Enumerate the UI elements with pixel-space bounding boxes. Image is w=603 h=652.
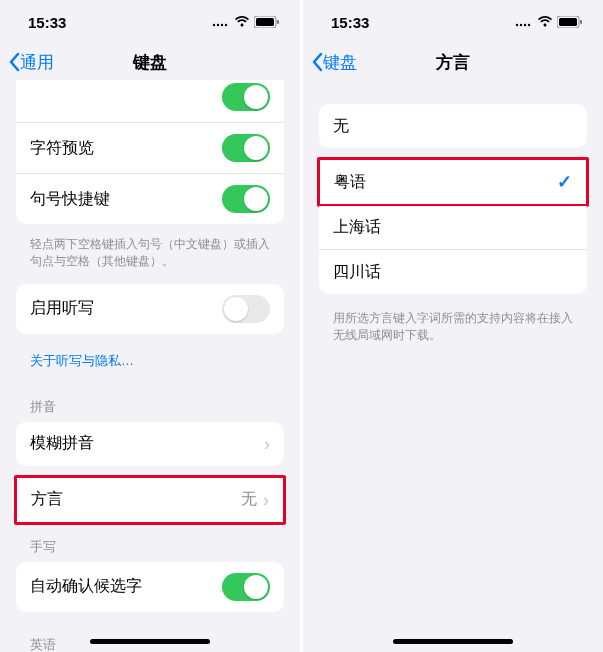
chevron-left-icon (311, 52, 323, 72)
svg-rect-13 (580, 20, 582, 24)
row-label: 四川话 (333, 262, 381, 283)
toggle-switch[interactable] (222, 185, 270, 213)
row-fuzzy-pinyin[interactable]: 模糊拼音 › (16, 422, 284, 466)
svg-point-9 (524, 24, 526, 26)
page-title: 方言 (436, 51, 470, 74)
back-button[interactable]: 键盘 (303, 51, 357, 74)
row-label: 上海话 (333, 217, 381, 238)
page-title: 键盘 (133, 51, 167, 74)
highlight-cantonese: 粤语 ✓ (317, 157, 589, 207)
svg-rect-5 (256, 18, 274, 26)
status-indicators (212, 16, 280, 28)
svg-point-7 (516, 24, 518, 26)
group-pinyin: 模糊拼音 › (16, 422, 284, 466)
group-partial: 字符预览 句号快捷键 (16, 80, 284, 224)
section-header-english: 英语 (0, 622, 300, 652)
row-auto-confirm[interactable]: 自动确认候选字 (16, 562, 284, 612)
svg-rect-12 (559, 18, 577, 26)
phone-left-keyboard-settings: 15:33 通用 键盘 字符预览 句号快捷键 轻点两下空格键 (0, 0, 300, 652)
back-button[interactable]: 通用 (0, 51, 54, 74)
chevron-right-icon: › (263, 491, 269, 509)
battery-icon (254, 16, 280, 28)
option-none[interactable]: 无 (319, 104, 587, 148)
row-label: 方言 (31, 489, 63, 510)
nav-bar: 键盘 方言 (303, 44, 603, 80)
content-area[interactable]: 字符预览 句号快捷键 轻点两下空格键插入句号（中文键盘）或插入句点与空格（其他键… (0, 80, 300, 652)
svg-point-8 (520, 24, 522, 26)
section-header-pinyin: 拼音 (0, 384, 300, 422)
status-time: 15:33 (28, 14, 66, 31)
section-header-handwriting: 手写 (0, 524, 300, 562)
footer-text: 轻点两下空格键插入句号（中文键盘）或插入句点与空格（其他键盘）。 (0, 230, 300, 284)
home-indicator[interactable] (393, 639, 513, 644)
nav-bar: 通用 键盘 (0, 44, 300, 80)
row-label: 句号快捷键 (30, 189, 110, 210)
group-dictation: 启用听写 (16, 284, 284, 334)
checkmark-icon: ✓ (557, 171, 572, 193)
partial-toggle-row (16, 80, 284, 123)
highlight-dialect-row: 方言 无 › (14, 475, 286, 525)
status-bar: 15:33 (303, 0, 603, 44)
option-sichuanese[interactable]: 四川话 (319, 250, 587, 294)
row-char-preview[interactable]: 字符预览 (16, 123, 284, 174)
status-time: 15:33 (331, 14, 369, 31)
svg-point-1 (217, 24, 219, 26)
toggle-switch[interactable] (222, 134, 270, 162)
toggle-switch[interactable] (222, 83, 270, 111)
chevron-left-icon (8, 52, 20, 72)
row-detail: 无 (241, 489, 257, 510)
group-dialect-options: 无 (319, 104, 587, 148)
back-label: 通用 (20, 51, 54, 74)
wifi-icon (537, 16, 553, 28)
option-shanghainese[interactable]: 上海话 (319, 206, 587, 250)
svg-rect-6 (277, 20, 279, 24)
row-dialect[interactable]: 方言 无 › (17, 478, 283, 522)
wifi-icon (234, 16, 250, 28)
back-label: 键盘 (323, 51, 357, 74)
battery-icon (557, 16, 583, 28)
dictation-privacy-link[interactable]: 关于听写与隐私… (0, 344, 300, 384)
option-cantonese[interactable]: 粤语 ✓ (320, 160, 586, 204)
row-period-shortcut[interactable]: 句号快捷键 (16, 174, 284, 224)
row-label: 自动确认候选字 (30, 576, 142, 597)
row-label: 粤语 (334, 172, 366, 193)
toggle-switch[interactable] (222, 573, 270, 601)
row-enable-dictation[interactable]: 启用听写 (16, 284, 284, 334)
group-handwriting: 自动确认候选字 (16, 562, 284, 612)
group-dialect-rest: 上海话 四川话 (319, 206, 587, 294)
content-area[interactable]: 无 粤语 ✓ 上海话 四川话 用所选方言键入字词所需的支持内容将在接入无线局域网… (303, 80, 603, 358)
svg-point-0 (213, 24, 215, 26)
toggle-switch[interactable] (222, 295, 270, 323)
row-label: 模糊拼音 (30, 433, 94, 454)
svg-point-3 (225, 24, 227, 26)
svg-point-10 (528, 24, 530, 26)
phone-right-dialect-settings: 15:33 键盘 方言 无 粤语 ✓ 上海话 (303, 0, 603, 652)
row-label: 启用听写 (30, 298, 94, 319)
status-bar: 15:33 (0, 0, 300, 44)
footer-text: 用所选方言键入字词所需的支持内容将在接入无线局域网时下载。 (303, 304, 603, 358)
status-indicators (515, 16, 583, 28)
row-label: 字符预览 (30, 138, 94, 159)
row-label: 无 (333, 116, 349, 137)
cellular-icon (515, 17, 533, 27)
home-indicator[interactable] (90, 639, 210, 644)
cellular-icon (212, 17, 230, 27)
chevron-right-icon: › (264, 435, 270, 453)
svg-point-2 (221, 24, 223, 26)
